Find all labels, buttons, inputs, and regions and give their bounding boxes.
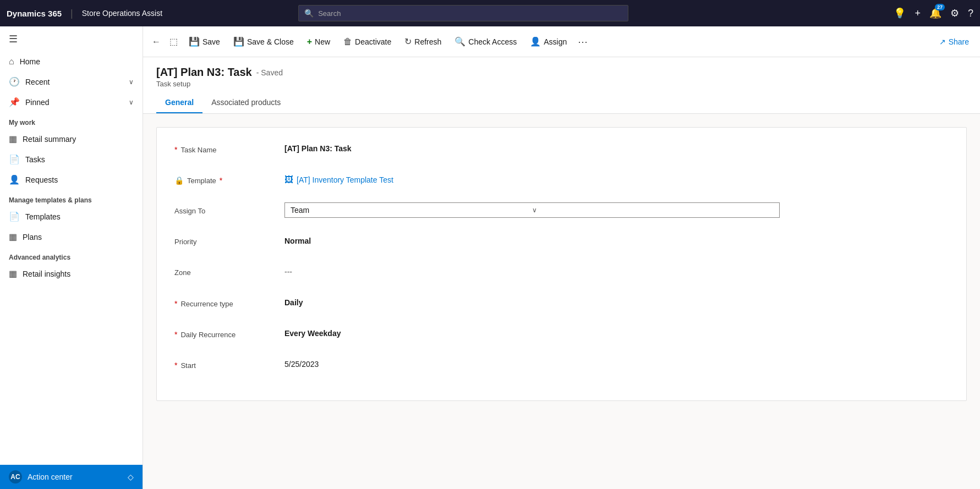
sidebar-item-pinned[interactable]: 📌 Pinned ∨ <box>0 92 143 112</box>
lightbulb-icon[interactable]: 💡 <box>894 7 906 19</box>
required-indicator: * <box>220 176 222 185</box>
sidebar-item-recent[interactable]: 🕐 Recent ∨ <box>0 72 143 92</box>
assign-to-label: Assign To <box>174 202 284 215</box>
search-bar[interactable]: 🔍 <box>298 5 628 21</box>
tasks-icon: 📄 <box>9 154 20 164</box>
form-card: * Task Name [AT] Plan N3: Task 🔒 Templat… <box>156 127 967 401</box>
assign-button[interactable]: 👤 Assign <box>523 26 573 57</box>
assign-to-row: Assign To Team ∨ <box>174 202 949 222</box>
popout-button[interactable]: ⬚ <box>165 26 182 57</box>
page-header: [AT] Plan N3: Task - Saved Task setup Ge… <box>143 57 980 114</box>
search-input[interactable] <box>318 9 622 18</box>
page-title: [AT] Plan N3: Task <box>156 66 252 79</box>
more-options-button[interactable]: ⋯ <box>573 32 592 51</box>
sidebar-item-retail-insights[interactable]: ▦ Retail insights <box>0 263 143 284</box>
assign-to-dropdown[interactable]: Team ∨ <box>284 202 780 218</box>
new-icon: + <box>307 37 312 47</box>
sidebar-item-label: Retail summary <box>23 135 76 144</box>
tab-general[interactable]: General <box>156 92 202 113</box>
zone-label: Zone <box>174 264 284 277</box>
zone-value: --- <box>284 264 949 276</box>
requests-icon: 👤 <box>9 174 20 185</box>
sidebar-item-label: Plans <box>23 233 42 241</box>
command-bar: ← ⬚ 💾 Save 💾 Save & Close + New 🗑 Deacti… <box>143 26 980 57</box>
task-name-label: * Task Name <box>174 141 284 154</box>
app-name-label: Store Operations Assist <box>82 9 162 18</box>
templates-icon: 📄 <box>9 211 20 222</box>
save-close-label: Save & Close <box>247 37 294 46</box>
check-access-label: Check Access <box>468 37 517 46</box>
search-icon: 🔍 <box>304 9 314 18</box>
chevron-down-icon: ∨ <box>129 78 134 86</box>
lock-icon: 🔒 <box>174 176 184 185</box>
nav-icons: 💡 + 🔔 27 ⚙ ? <box>894 7 973 19</box>
share-button[interactable]: ↗ Share <box>933 34 976 50</box>
save-close-button[interactable]: 💾 Save & Close <box>227 26 300 57</box>
mywork-section-label: My work <box>0 112 143 129</box>
main-layout: ☰ ⌂ Home 🕐 Recent ∨ 📌 Pinned ∨ My work ▦… <box>0 26 980 489</box>
popout-icon: ⬚ <box>169 36 178 47</box>
sidebar-item-plans[interactable]: ▦ Plans <box>0 227 143 247</box>
back-button[interactable]: ← <box>147 26 165 57</box>
required-indicator: * <box>174 330 177 339</box>
action-center-badge: AC <box>9 470 22 483</box>
settings-icon[interactable]: ⚙ <box>950 7 959 19</box>
sidebar: ☰ ⌂ Home 🕐 Recent ∨ 📌 Pinned ∨ My work ▦… <box>0 26 143 489</box>
priority-row: Priority Normal <box>174 233 949 253</box>
top-navigation: Dynamics 365 | Store Operations Assist 🔍… <box>0 0 980 26</box>
tab-bar: General Associated products <box>156 92 967 113</box>
sidebar-item-retail-summary[interactable]: ▦ Retail summary <box>0 129 143 149</box>
hamburger-menu[interactable]: ☰ <box>0 26 143 52</box>
sidebar-item-label: Templates <box>25 212 61 221</box>
task-name-row: * Task Name [AT] Plan N3: Task <box>174 141 949 161</box>
start-value: 5/25/2023 <box>284 356 949 369</box>
chevron-down-icon: ∨ <box>129 98 134 106</box>
sidebar-item-label: Home <box>20 57 40 66</box>
save-label: Save <box>202 37 220 46</box>
start-row: * Start 5/25/2023 <box>174 356 949 376</box>
recurrence-type-value: Daily <box>284 295 949 307</box>
sidebar-item-label: Requests <box>25 175 58 184</box>
pin-icon: 📌 <box>9 97 20 107</box>
deactivate-button[interactable]: 🗑 Deactivate <box>337 26 398 57</box>
refresh-button[interactable]: ↻ Refresh <box>398 26 448 57</box>
sidebar-item-label: Retail insights <box>23 270 70 278</box>
share-icon: ↗ <box>939 37 946 46</box>
plans-icon: ▦ <box>9 232 17 242</box>
priority-label: Priority <box>174 233 284 246</box>
manage-section-label: Manage templates & plans <box>0 190 143 206</box>
assign-to-value: Team <box>291 206 532 215</box>
template-value[interactable]: 🖼 [AT] Inventory Template Test <box>284 172 949 185</box>
sidebar-item-label: Tasks <box>25 155 45 164</box>
daily-recurrence-row: * Daily Recurrence Every Weekday <box>174 326 949 345</box>
sidebar-item-home[interactable]: ⌂ Home <box>0 52 143 72</box>
retail-summary-icon: ▦ <box>9 134 17 144</box>
assign-icon: 👤 <box>530 36 541 47</box>
add-icon[interactable]: + <box>915 8 921 19</box>
daily-recurrence-value: Every Weekday <box>284 326 949 338</box>
tab-associated-products[interactable]: Associated products <box>202 92 289 113</box>
sidebar-item-templates[interactable]: 📄 Templates <box>0 206 143 227</box>
share-label: Share <box>949 37 969 46</box>
help-icon[interactable]: ? <box>968 8 973 19</box>
sidebar-item-label: Pinned <box>25 98 50 107</box>
content-area: ← ⬚ 💾 Save 💾 Save & Close + New 🗑 Deacti… <box>143 26 980 489</box>
assign-label: Assign <box>544 37 567 46</box>
assign-to-field[interactable]: Team ∨ <box>284 202 949 218</box>
action-center-label: Action center <box>28 472 73 481</box>
zone-row: Zone --- <box>174 264 949 284</box>
home-icon: ⌂ <box>9 57 14 67</box>
check-access-button[interactable]: 🔍 Check Access <box>448 26 523 57</box>
save-close-icon: 💾 <box>233 36 244 47</box>
new-button[interactable]: + New <box>300 26 337 57</box>
save-button[interactable]: 💾 Save <box>182 26 227 57</box>
notification-icon[interactable]: 🔔 27 <box>929 7 941 19</box>
sidebar-item-requests[interactable]: 👤 Requests <box>0 169 143 190</box>
daily-recurrence-label: * Daily Recurrence <box>174 326 284 339</box>
sidebar-item-label: Recent <box>25 78 50 86</box>
recurrence-type-label: * Recurrence type <box>174 295 284 308</box>
action-center-item[interactable]: AC Action center ◇ <box>0 465 143 489</box>
page-saved-status: - Saved <box>256 68 283 77</box>
recent-icon: 🕐 <box>9 76 20 87</box>
sidebar-item-tasks[interactable]: 📄 Tasks <box>0 149 143 169</box>
